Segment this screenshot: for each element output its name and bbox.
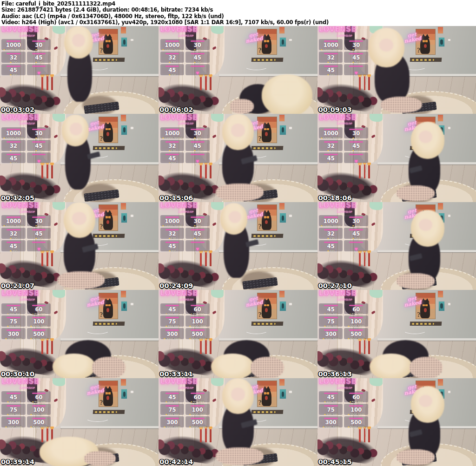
tip-value: 32 [1,55,25,61]
tip-value: 1000 [160,42,184,48]
tip-range: 200 [1,162,25,164]
tip-value: 300 [1,420,25,426]
tip-value: 45 [344,231,368,237]
lovense-script-logo: Lovense [7,386,48,390]
tip-menu-cell: 3002000-4999 [319,416,343,427]
cell-header-bar [32,418,46,419]
tip-value: 100 [185,319,209,325]
tip-menu-cell: 45160 [185,52,209,63]
tip-range: 2000-4999 [160,337,184,339]
cell-header-bar [165,40,179,42]
tip-range: 1000-1999 [185,413,209,415]
tip-menu-cell: 3002000-4999 [1,416,25,427]
tip-menu-cell: 100010000-20000 [319,215,343,226]
tip-menu-cell: 45300-499 [319,303,343,315]
tip-range: 200 [319,73,343,75]
tip-menu-cell: 100010000-20000 [1,127,25,138]
timestamp-overlay: 00:27:10 [318,282,352,289]
cell-header-bar [324,405,338,407]
tip-menu-cell: 30100 [27,39,51,50]
tip-menu-cell: ♥ [344,240,368,251]
tip-menu: 45300-49960500-88875889-9991001000-19993… [1,391,51,427]
cell-header-bar [191,329,205,331]
tip-menu-cell: 3002000-4999 [160,416,184,427]
tip-menu-cell: 3002000-4999 [1,328,25,339]
tip-range: 100 [27,137,51,138]
tip-menu: 45300-49960500-88875889-9991001000-19993… [1,303,51,340]
tip-range: 300-499 [319,400,343,402]
cell-header-bar [7,229,20,230]
tip-menu: 45300-49960500-88875889-9991001000-19993… [160,303,210,340]
cell-header-bar [191,405,205,407]
tip-range: 5000-9999 [27,426,51,427]
tip-menu-cell: 5005000-9999 [344,416,368,427]
tip-value: 32 [319,231,343,237]
cell-header-bar [349,393,363,394]
tip-range: 300-499 [1,400,25,402]
lovense-logo: LOVENSE [319,202,371,210]
tip-value: 45 [185,143,209,149]
tip-menu-cell: 60500-888 [185,303,209,315]
thumbnail-grid: ? get naked LOVENSE Lovense 100010000-20… [0,26,476,466]
tip-value: 500 [185,331,209,337]
heart-icon: ♥ [185,243,209,251]
tip-menu-cell: 30100 [27,127,51,138]
tip-menu-cell: 30100 [344,127,368,138]
tip-range: 2000-4999 [1,337,25,339]
tip-range: 200 [160,249,184,251]
cell-header-bar [7,242,20,243]
lovense-script-logo: Lovense [7,121,48,125]
lovense-logo: LOVENSE [319,378,371,386]
tip-menu-cell: 75889-999 [319,404,343,415]
tip-value: 75 [160,319,184,325]
video-thumbnail: ? get naked LOVENSE Lovense 45300-499605… [317,378,476,466]
video-thumbnail: ? get naked LOVENSE Lovense 100010000-20… [317,26,476,114]
tip-value: 60 [185,394,209,400]
tip-menu-cell: 30100 [185,39,209,50]
tip-menu-cell: 32120 [160,52,184,63]
tip-menu-cell: 45200 [319,240,343,251]
tip-menu-cell: 75889-999 [319,315,343,327]
cell-header-bar [7,329,20,331]
tip-range: 500-888 [344,400,368,402]
heart-icon: ♥ [344,156,368,164]
lovense-script-logo: Lovense [324,121,365,125]
tip-menu: 45300-49960500-88875889-9991001000-19993… [319,391,368,427]
tip-range: 120 [319,61,343,63]
tip-menu-cell: 45200 [1,240,25,251]
tip-menu-cell: 32120 [319,228,343,239]
tip-range: 889-999 [1,325,25,327]
tip-menu-cell: ♥ [185,152,209,164]
tip-range: 500-888 [185,400,209,402]
tip-menu-cell: 30100 [27,215,51,226]
tip-menu: 45300-49960500-88875889-9991001000-19993… [319,303,368,340]
tip-range: 889-999 [319,413,343,415]
tip-menu-cell: 45160 [27,52,51,63]
tip-range: 500-888 [185,313,209,315]
video-thumbnail: ? get naked LOVENSE Lovense 45300-499605… [159,290,317,378]
tip-value: 60 [344,307,368,313]
tip-range: 120 [319,237,343,239]
tip-range: 1000-1999 [344,413,368,415]
tip-value: 30 [185,131,209,137]
tip-value: 32 [319,143,343,149]
tip-menu: 45300-49960500-88875889-9991001000-19993… [160,391,210,427]
file-size-line: Size: 2618877421 bytes (2.4 GiB), durati… [1,7,443,13]
cell-header-bar [349,329,363,331]
tip-value: 300 [160,420,184,426]
lovense-logo: LOVENSE [160,378,213,386]
tip-value: 45 [319,394,343,400]
lovense-script-logo: Lovense [165,210,206,214]
tip-range: 160 [344,61,368,63]
cell-header-bar [349,229,363,230]
tip-value: 32 [160,55,184,61]
tip-menu-cell: 45160 [185,140,209,151]
cell-header-bar [32,305,46,306]
tip-range: 100 [344,224,368,226]
cell-header-bar [165,141,179,143]
tip-value: 30 [344,42,368,48]
timestamp-overlay: 00:15:06 [159,194,193,202]
tip-value: 100 [185,407,209,413]
tip-menu-cell: 1001000-1999 [27,315,51,327]
cell-header-bar [191,141,205,143]
